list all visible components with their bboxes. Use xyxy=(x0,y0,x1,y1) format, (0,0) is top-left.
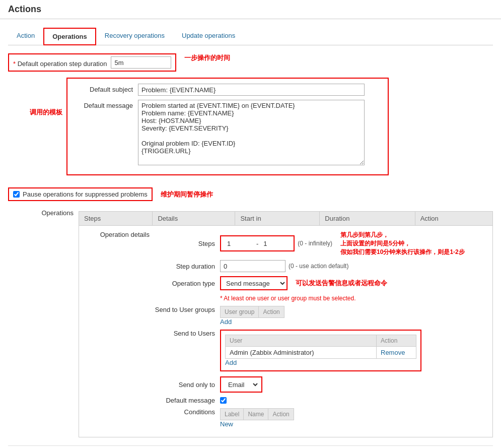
col-start-in: Start in xyxy=(235,212,320,226)
default-message-row: Default message xyxy=(73,100,383,165)
tab-bar: Action Operations Recovery operations Up… xyxy=(8,27,493,45)
tab-action[interactable]: Action xyxy=(8,27,43,45)
operation-details-container: Operation details Steps - xyxy=(79,226,492,437)
steps-label: Steps xyxy=(155,240,220,247)
pause-checkbox[interactable] xyxy=(13,191,20,198)
send-only-to-select[interactable]: Email SMS Jabber xyxy=(223,378,259,391)
col-steps: Steps xyxy=(79,212,153,226)
step-duration-box: Default operation step duration xyxy=(8,53,176,72)
step-duration-input[interactable] xyxy=(111,56,171,69)
step-duration-note: (0 - use action default) xyxy=(289,263,348,270)
default-message-textarea[interactable] xyxy=(138,100,365,165)
send-only-to-label: Send only to xyxy=(155,381,220,389)
step-duration-label: Default operation step duration xyxy=(13,58,111,68)
steps-inputs-box: - xyxy=(220,235,295,251)
warning-text: * At least one user or user group must b… xyxy=(220,295,355,302)
step-duration-detail-input[interactable] xyxy=(220,260,285,272)
steps-from-input[interactable] xyxy=(224,237,254,249)
conditions-header: Label Name Action xyxy=(221,409,294,420)
message-template-box: Default subject Default message xyxy=(66,78,389,175)
user-remove-link[interactable]: Remove xyxy=(381,349,405,356)
op-details-inner: Steps - (0 - infinitely) xyxy=(155,231,487,432)
ug-col-name: User group xyxy=(221,306,259,318)
user-groups-content: User group Action Add xyxy=(220,306,284,326)
step-duration-detail-row: Step duration (0 - use action default) xyxy=(155,260,487,272)
op-type-select-box: Send message Remote command xyxy=(220,276,288,290)
send-to-users-box: User Action Admin (Zabbix Ad xyxy=(220,330,421,371)
default-subject-row: Default subject xyxy=(73,84,383,96)
default-msg-checkbox[interactable] xyxy=(220,397,227,404)
send-to-users-label: Send to Users xyxy=(155,330,220,337)
operations-table-container: Steps Details Start in Duration Action xyxy=(79,209,493,437)
steps-to-input[interactable] xyxy=(260,237,291,249)
users-table: User Action Admin (Zabbix Ad xyxy=(225,335,416,359)
operations-section-label: Operations xyxy=(8,209,79,217)
user-col-action: Action xyxy=(377,335,416,347)
bottom-buttons: Add Cancel xyxy=(8,445,493,448)
ug-col-action: Action xyxy=(259,306,284,318)
content-area: Action Operations Recovery operations Up… xyxy=(0,19,501,448)
op-type-select[interactable]: Send message Remote command xyxy=(221,277,287,289)
op-type-row: Operation type Send message Remote comma… xyxy=(155,276,487,290)
op-details-label: Operation details xyxy=(84,231,155,238)
op-type-annotation: 可以发送告警信息或者远程命令 xyxy=(296,279,387,288)
tab-recovery[interactable]: Recovery operations xyxy=(96,27,173,45)
send-to-users-row: Send to Users User Action xyxy=(155,330,487,371)
cond-col-label: Label xyxy=(221,409,244,420)
warning-row: * At least one user or user group must b… xyxy=(220,294,487,302)
user-col-name: User xyxy=(226,335,377,347)
default-subject-input[interactable] xyxy=(138,84,365,96)
operations-detail-cell: Operation details Steps - xyxy=(79,226,493,437)
pause-row: Pause operations for suppressed problems… xyxy=(8,187,493,201)
default-message-label: Default message xyxy=(73,100,138,109)
send-only-to-box: Email SMS Jabber xyxy=(220,376,262,393)
new-condition-link[interactable]: New xyxy=(220,420,233,428)
steps-annotation: 第几步到第几步，上面设置的时间是5分钟，假如我们需要10分钟来执行该操作，则是1… xyxy=(340,231,465,256)
step-duration-row: Default operation step duration 一步操作的时间 xyxy=(8,53,493,72)
user-name: Admin (Zabbix Administrator) xyxy=(226,347,377,359)
operations-table: Steps Details Start in Duration Action xyxy=(79,211,493,437)
tab-update[interactable]: Update operations xyxy=(173,27,244,45)
pause-label: Pause operations for suppressed problems xyxy=(23,190,148,198)
default-subject-label: Default subject xyxy=(73,84,138,93)
cond-col-name: Name xyxy=(244,409,268,420)
user-groups-row: Send to User groups User group Actio xyxy=(155,306,487,326)
template-section: 调用的模板 Default subject Default message xyxy=(8,78,493,181)
pause-annotation: 维护期间暂停操作 xyxy=(161,190,213,199)
user-groups-label: Send to User groups xyxy=(155,306,220,313)
step-duration-detail-label: Step duration xyxy=(155,263,220,270)
page-header: Actions xyxy=(0,0,501,19)
users-table-header: User Action xyxy=(226,335,416,347)
user-groups-header: User group Action xyxy=(221,306,284,318)
tab-operations[interactable]: Operations xyxy=(43,28,96,45)
op-details-label-row: Operation details Steps - xyxy=(84,231,487,432)
add-user-group-link[interactable]: Add xyxy=(220,318,232,326)
col-details: Details xyxy=(153,212,235,226)
col-duration: Duration xyxy=(320,212,415,226)
page-title: Actions xyxy=(8,4,493,15)
default-msg-check-row: Default message xyxy=(155,397,487,404)
send-only-to-row: Send only to Email SMS Jabber xyxy=(155,376,487,393)
col-action: Action xyxy=(415,212,492,226)
operations-table-body-row: Operation details Steps - xyxy=(79,226,493,437)
steps-dash: - xyxy=(256,240,258,247)
user-groups-table: User group Action xyxy=(220,306,284,318)
default-msg-check-label: Default message xyxy=(155,397,220,404)
conditions-content: Label Name Action New xyxy=(220,408,294,428)
steps-row: Steps - (0 - infinitely) xyxy=(155,231,487,256)
cond-col-action: Action xyxy=(268,409,294,420)
step-duration-annotation: 一步操作的时间 xyxy=(184,53,230,62)
user-row: Admin (Zabbix Administrator) Remove xyxy=(226,347,416,359)
pause-checkbox-box: Pause operations for suppressed problems xyxy=(8,187,153,201)
operations-table-header: Steps Details Start in Duration Action xyxy=(79,212,493,226)
template-annotation: 调用的模板 xyxy=(16,78,66,117)
steps-note: (0 - infinitely) xyxy=(298,240,332,247)
operations-table-row: Operations Steps Details Start in Durati… xyxy=(8,209,493,437)
add-user-link[interactable]: Add xyxy=(225,359,237,366)
conditions-label: Conditions xyxy=(155,408,220,416)
op-type-label: Operation type xyxy=(155,280,220,287)
conditions-row: Conditions Label Name xyxy=(155,408,487,428)
conditions-table: Label Name Action xyxy=(220,408,294,420)
